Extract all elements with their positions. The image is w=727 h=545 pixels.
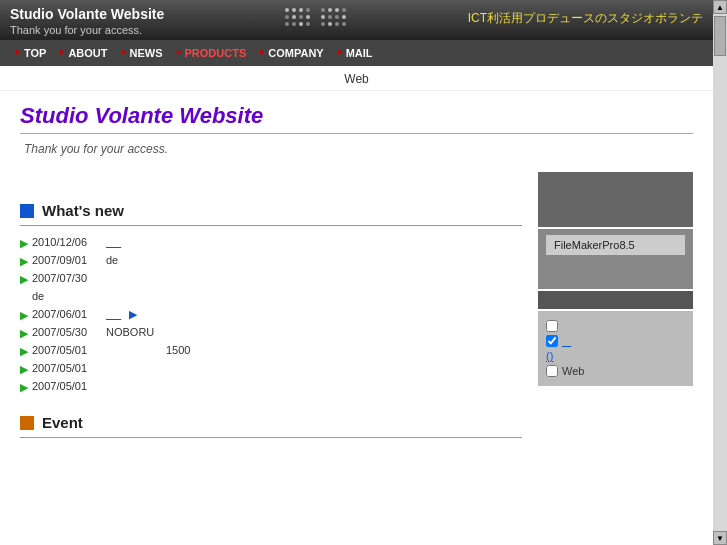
news-date: 2007/06/01 bbox=[32, 308, 102, 320]
site-title: Studio Volante Website bbox=[10, 6, 164, 22]
news-date: 2007/05/30 bbox=[32, 326, 102, 338]
nav-top[interactable]: TOP bbox=[8, 44, 52, 62]
header-tagline: Thank you for your access. bbox=[10, 24, 164, 36]
news-link[interactable] bbox=[106, 308, 121, 320]
product-panel-top: FileMakerPro8.5 bbox=[538, 229, 693, 289]
news-arrow: ▶ bbox=[20, 363, 28, 376]
checkbox-label-3: () bbox=[546, 350, 553, 362]
news-item: ▶ 2007/05/01 bbox=[20, 360, 522, 378]
header-dots bbox=[285, 8, 347, 27]
header: Studio Volante Website Thank you for you… bbox=[0, 0, 713, 40]
page-title: Studio Volante Website bbox=[20, 103, 693, 134]
product-panel: FileMakerPro8.5 bbox=[538, 229, 693, 289]
right-column: FileMakerPro8.5 () bbox=[538, 172, 693, 446]
right-lower-content: () Web bbox=[538, 311, 693, 386]
japanese-text: ICT利活用プロデュースのスタジオボランテ bbox=[468, 6, 703, 27]
event-divider bbox=[20, 437, 522, 438]
news-date: 2010/12/06 bbox=[32, 236, 102, 248]
checkbox-link-2[interactable] bbox=[562, 335, 571, 347]
news-text: NOBORU bbox=[106, 326, 154, 338]
nav-about[interactable]: ABOUT bbox=[52, 44, 113, 62]
news-arrow: ▶ bbox=[20, 345, 28, 358]
news-link[interactable] bbox=[106, 236, 121, 248]
news-arrow: ▶ bbox=[20, 309, 28, 322]
right-dark-separator bbox=[538, 291, 693, 309]
event-section: Event bbox=[20, 414, 522, 438]
news-arrow: ▶ bbox=[20, 381, 28, 394]
event-title: Event bbox=[42, 414, 83, 431]
whats-new-title: What's new bbox=[42, 202, 124, 219]
news-date: 2007/07/30 bbox=[32, 272, 102, 284]
right-top-dark bbox=[538, 172, 693, 227]
news-arrow: ▶ bbox=[20, 255, 28, 268]
news-item: ▶ 2007/09/01 de bbox=[20, 252, 522, 270]
checkbox-label-4: Web bbox=[562, 365, 584, 377]
nav-company[interactable]: COMPANY bbox=[252, 44, 329, 62]
page-subtitle: Thank you for your access. bbox=[20, 142, 693, 156]
scroll-up-button[interactable]: ▲ bbox=[713, 0, 727, 14]
news-date: 2007/05/01 bbox=[32, 380, 102, 392]
main-content: What's new ▶ 2010/12/06 ▶ 2007/09/01 de … bbox=[0, 162, 713, 456]
news-date: 2007/05/01 bbox=[32, 344, 102, 356]
nav-mail[interactable]: MAIL bbox=[330, 44, 379, 62]
checkbox-item-3: () bbox=[546, 350, 685, 362]
news-item: ▶ 2007/05/01 bbox=[20, 378, 522, 396]
news-date: 2007/05/01 bbox=[32, 362, 102, 374]
scroll-thumb[interactable] bbox=[714, 16, 726, 56]
nav-products[interactable]: PRODUCTS bbox=[169, 44, 253, 62]
checkbox-item-2 bbox=[546, 335, 685, 347]
news-item: ▶ 2007/07/30 bbox=[20, 270, 522, 288]
scroll-down-button[interactable]: ▼ bbox=[713, 531, 727, 545]
event-heading: Event bbox=[20, 414, 522, 431]
scroll-track bbox=[713, 14, 727, 531]
page-title-section: Studio Volante Website Thank you for you… bbox=[0, 91, 713, 162]
product-label: FileMakerPro8.5 bbox=[546, 235, 685, 255]
news-date: 2007/09/01 bbox=[32, 254, 102, 266]
nav-news[interactable]: NEWS bbox=[114, 44, 169, 62]
section-divider bbox=[20, 225, 522, 226]
news-item: ▶ 2007/05/01 1500 bbox=[20, 342, 522, 360]
left-column: What's new ▶ 2010/12/06 ▶ 2007/09/01 de … bbox=[20, 172, 522, 446]
news-text: de bbox=[32, 290, 44, 302]
checkbox-4[interactable] bbox=[546, 365, 558, 377]
news-text: 1500 bbox=[166, 344, 190, 356]
scrollbar: ▲ ▼ bbox=[713, 0, 727, 545]
checkbox-1[interactable] bbox=[546, 320, 558, 332]
dot-group-2 bbox=[321, 8, 347, 27]
event-icon bbox=[20, 416, 34, 430]
dot-group-1 bbox=[285, 8, 311, 27]
news-arrow: ▶ bbox=[20, 327, 28, 340]
whats-new-section: What's new ▶ 2010/12/06 ▶ 2007/09/01 de … bbox=[20, 202, 522, 396]
news-item: ▶ 2007/05/30 NOBORU bbox=[20, 324, 522, 342]
whats-new-icon bbox=[20, 204, 34, 218]
checkbox-item-4: Web bbox=[546, 365, 685, 377]
breadcrumb: Web bbox=[0, 66, 713, 91]
news-item: ▶ 2007/06/01 ▶ bbox=[20, 306, 522, 324]
navbar: TOP ABOUT NEWS PRODUCTS COMPANY MAIL bbox=[0, 40, 713, 66]
right-lower-panel: () Web bbox=[538, 311, 693, 386]
news-item: ▶ 2010/12/06 bbox=[20, 234, 522, 252]
news-link-arrow[interactable]: ▶ bbox=[129, 308, 137, 321]
whats-new-heading: What's new bbox=[20, 202, 522, 219]
news-text: de bbox=[106, 254, 118, 266]
news-arrow: ▶ bbox=[20, 237, 28, 250]
news-item: ▶ de bbox=[20, 288, 522, 306]
checkbox-2[interactable] bbox=[546, 335, 558, 347]
header-left: Studio Volante Website Thank you for you… bbox=[10, 6, 164, 36]
checkbox-item-1 bbox=[546, 320, 685, 332]
news-arrow: ▶ bbox=[20, 273, 28, 286]
